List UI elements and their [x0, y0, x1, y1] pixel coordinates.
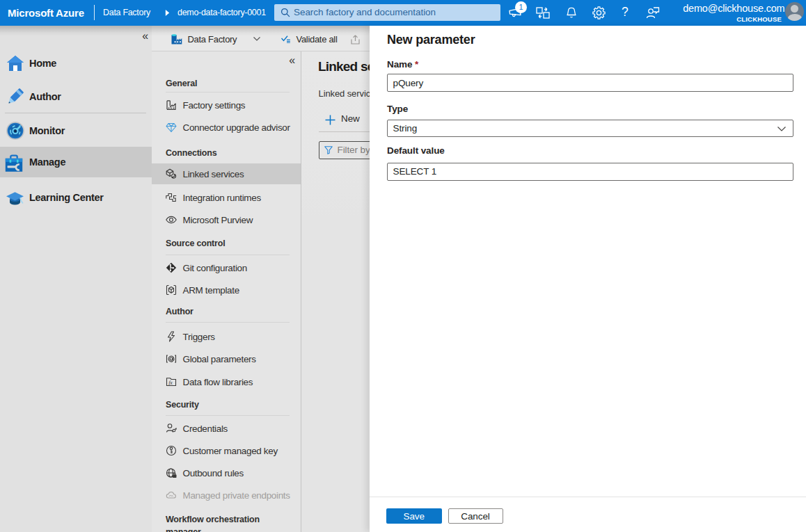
svg-text:fx: fx	[168, 379, 173, 385]
